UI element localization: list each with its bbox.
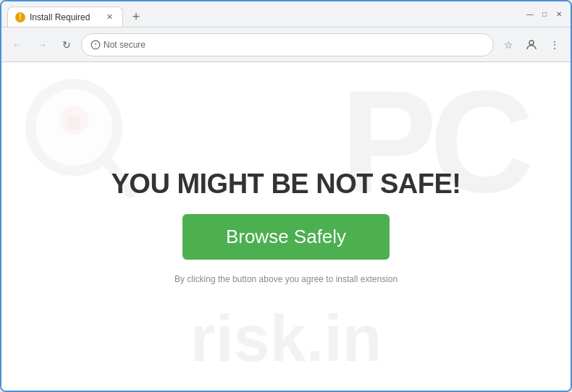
active-tab[interactable]: Install Required ✕ bbox=[7, 7, 123, 27]
url-bar[interactable]: Not secure bbox=[81, 33, 494, 56]
tab-strip: Install Required ✕ + bbox=[7, 1, 518, 27]
close-button[interactable]: ✕ bbox=[553, 9, 565, 20]
menu-button[interactable]: ⋮ bbox=[544, 35, 565, 55]
account-button[interactable] bbox=[521, 35, 542, 55]
address-bar: ← → ↻ Not secure ☆ ⋮ bbox=[1, 27, 571, 62]
back-button[interactable]: ← bbox=[7, 35, 28, 55]
maximize-button[interactable]: □ bbox=[539, 9, 550, 20]
browser-window: Install Required ✕ + — □ ✕ ← → ↻ Not sec… bbox=[0, 0, 572, 392]
bookmark-button[interactable]: ☆ bbox=[498, 35, 518, 55]
tab-title: Install Required bbox=[30, 12, 99, 22]
svg-point-2 bbox=[95, 46, 96, 46]
info-icon bbox=[91, 40, 101, 50]
window-controls: — □ ✕ bbox=[524, 9, 565, 20]
tab-close-button[interactable]: ✕ bbox=[104, 12, 115, 23]
tab-favicon-icon bbox=[15, 12, 25, 22]
refresh-button[interactable]: ↻ bbox=[56, 35, 77, 55]
security-indicator: Not secure bbox=[91, 40, 146, 50]
new-tab-button[interactable]: + bbox=[126, 7, 146, 27]
risk-watermark: risk.in bbox=[190, 302, 382, 376]
svg-point-3 bbox=[529, 41, 534, 45]
headline: YOU MIGHT BE NOT SAFE! bbox=[112, 169, 461, 200]
security-text: Not secure bbox=[104, 40, 146, 50]
disclaimer-text: By clicking the button above you agree t… bbox=[174, 274, 398, 284]
address-actions: ☆ ⋮ bbox=[498, 35, 565, 55]
browse-safely-button[interactable]: Browse Safely bbox=[182, 214, 390, 260]
main-content: YOU MIGHT BE NOT SAFE! Browse Safely By … bbox=[97, 154, 476, 299]
title-bar: Install Required ✕ + — □ ✕ bbox=[1, 1, 571, 27]
minimize-button[interactable]: — bbox=[524, 9, 536, 20]
account-icon bbox=[525, 38, 538, 51]
svg-rect-6 bbox=[68, 116, 80, 129]
forward-button[interactable]: → bbox=[32, 35, 52, 55]
page-content: PC risk.in YOU MIGHT BE NOT SAFE! Browse… bbox=[1, 62, 571, 391]
